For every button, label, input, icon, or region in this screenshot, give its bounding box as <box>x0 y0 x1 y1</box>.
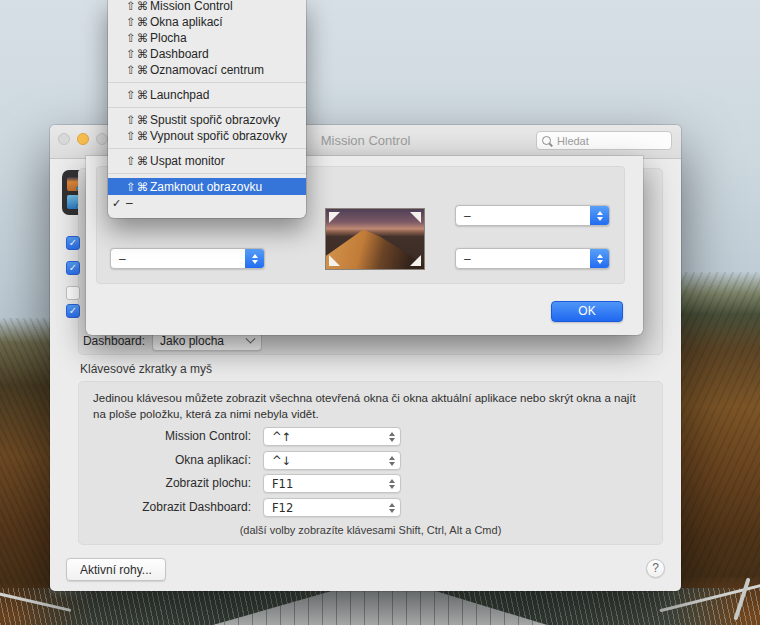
wallpaper-forest-left <box>0 318 50 625</box>
shortcut-row-label: Zobrazit Dashboard: <box>79 500 251 514</box>
menu-item-zamknout-obrazovku[interactable]: ⇧⌘Zamknout obrazovku <box>108 178 306 195</box>
shortcuts-note: (další volby zobrazíte klávesami Shift, … <box>79 524 662 536</box>
corner-marker-icon <box>410 212 421 223</box>
app-windows-shortcut-popup[interactable]: ^↓ <box>263 451 401 470</box>
corner-marker-icon <box>410 255 421 266</box>
desktop-preview-thumbnail <box>325 208 425 270</box>
stepper-icon <box>245 249 264 268</box>
shortcuts-description: Jedinou klávesou můžete zobrazit všechna… <box>93 390 650 422</box>
dashboard-label: Dashboard: <box>60 334 145 348</box>
menu-separator <box>108 82 306 83</box>
shortcut-row-label: Okna aplikací: <box>79 453 251 467</box>
shortcut-dropdown-menu: ⇧⌘Mission Control ⇧⌘Okna aplikací ⇧⌘Ploc… <box>108 0 306 218</box>
shortcut-row-label: Mission Control: <box>79 429 251 443</box>
settings-checkbox-1[interactable]: ✓ <box>66 236 80 250</box>
corner-marker-icon <box>329 255 340 266</box>
menu-item-spustit-sporic[interactable]: ⇧⌘Spustit spořič obrazovky <box>108 112 306 128</box>
bridge-railing <box>0 591 71 612</box>
settings-checkbox-3[interactable] <box>66 286 80 300</box>
wallpaper-bridge <box>0 588 760 625</box>
mission-control-shortcut-popup[interactable]: ^↑ <box>263 427 401 446</box>
help-button[interactable]: ? <box>646 559 665 578</box>
stepper-icon <box>590 249 609 268</box>
stepper-icon <box>389 503 395 513</box>
menu-item-uspat-monitor[interactable]: ⇧⌘Uspat monitor <box>108 153 306 169</box>
stepper-icon <box>590 206 609 225</box>
menu-separator <box>108 148 306 149</box>
hot-corners-button[interactable]: Aktivní rohy... <box>66 558 166 581</box>
menu-item-launchpad[interactable]: ⇧⌘Launchpad <box>108 87 306 103</box>
hot-corner-popup-top-right[interactable]: – <box>455 205 610 226</box>
wallpaper-forest-right <box>678 272 760 625</box>
stepper-icon <box>389 456 395 466</box>
menu-item-oznamovaci-centrum[interactable]: ⇧⌘Oznamovací centrum <box>108 62 306 78</box>
show-dashboard-shortcut-popup[interactable]: F12 <box>263 498 401 517</box>
menu-item-okna-aplikaci[interactable]: ⇧⌘Okna aplikací <box>108 14 306 30</box>
shortcuts-section-title: Klávesové zkratky a myš <box>80 362 212 376</box>
menu-separator <box>108 107 306 108</box>
hot-corner-popup-bottom-left[interactable]: – <box>110 248 265 269</box>
menu-item-mission-control[interactable]: ⇧⌘Mission Control <box>108 0 306 14</box>
menu-separator <box>108 173 306 174</box>
corner-marker-icon <box>329 212 340 223</box>
shortcut-row-label: Zobrazit plochu: <box>79 476 251 490</box>
stepper-icon <box>389 432 395 442</box>
menu-item-dashboard[interactable]: ⇧⌘Dashboard <box>108 46 306 62</box>
hot-corner-popup-bottom-right[interactable]: – <box>455 248 610 269</box>
show-desktop-shortcut-popup[interactable]: F11 <box>263 474 401 493</box>
settings-checkbox-4[interactable]: ✓ <box>66 304 80 318</box>
menu-item-vypnout-sporic[interactable]: ⇧⌘Vypnout spořič obrazovky <box>108 128 306 144</box>
stepper-icon <box>389 479 395 489</box>
search-input[interactable] <box>555 134 666 148</box>
settings-checkbox-2[interactable]: ✓ <box>66 261 80 275</box>
check-icon: ✓ <box>112 197 126 210</box>
ok-button[interactable]: OK <box>551 301 623 322</box>
menu-item-plocha[interactable]: ⇧⌘Plocha <box>108 30 306 46</box>
search-icon <box>542 136 551 145</box>
bridge-deck <box>0 588 760 625</box>
search-field[interactable] <box>536 131 672 150</box>
shortcuts-panel: Jedinou klávesou můžete zobrazit všechna… <box>78 381 663 545</box>
menu-item-none-selected[interactable]: ✓– <box>108 195 306 211</box>
